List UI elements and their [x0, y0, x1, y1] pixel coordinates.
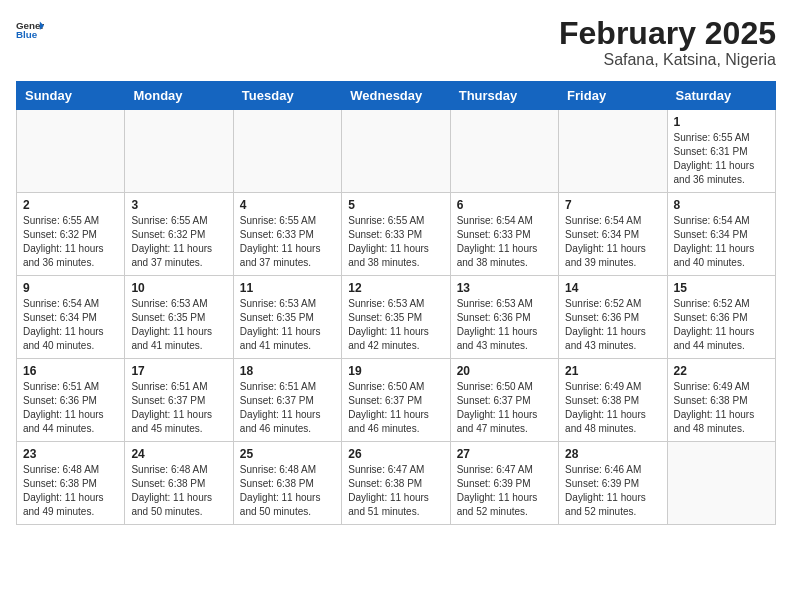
day-number: 4: [240, 198, 335, 212]
calendar-cell: 21Sunrise: 6:49 AM Sunset: 6:38 PM Dayli…: [559, 359, 667, 442]
day-number: 15: [674, 281, 769, 295]
day-info: Sunrise: 6:46 AM Sunset: 6:39 PM Dayligh…: [565, 463, 660, 519]
week-row: 16Sunrise: 6:51 AM Sunset: 6:36 PM Dayli…: [17, 359, 776, 442]
day-info: Sunrise: 6:51 AM Sunset: 6:36 PM Dayligh…: [23, 380, 118, 436]
day-number: 2: [23, 198, 118, 212]
day-number: 28: [565, 447, 660, 461]
calendar-header-row: SundayMondayTuesdayWednesdayThursdayFrid…: [17, 82, 776, 110]
svg-text:Blue: Blue: [16, 29, 38, 40]
logo-icon: General Blue: [16, 16, 44, 44]
day-number: 1: [674, 115, 769, 129]
day-number: 22: [674, 364, 769, 378]
sub-title: Safana, Katsina, Nigeria: [559, 51, 776, 69]
day-info: Sunrise: 6:48 AM Sunset: 6:38 PM Dayligh…: [240, 463, 335, 519]
day-of-week-sunday: Sunday: [17, 82, 125, 110]
calendar-cell: 20Sunrise: 6:50 AM Sunset: 6:37 PM Dayli…: [450, 359, 558, 442]
day-number: 3: [131, 198, 226, 212]
calendar-cell: 16Sunrise: 6:51 AM Sunset: 6:36 PM Dayli…: [17, 359, 125, 442]
calendar-cell: [233, 110, 341, 193]
calendar-cell: 4Sunrise: 6:55 AM Sunset: 6:33 PM Daylig…: [233, 193, 341, 276]
logo: General Blue: [16, 16, 44, 44]
calendar-cell: 5Sunrise: 6:55 AM Sunset: 6:33 PM Daylig…: [342, 193, 450, 276]
day-number: 17: [131, 364, 226, 378]
day-number: 5: [348, 198, 443, 212]
title-area: February 2025 Safana, Katsina, Nigeria: [559, 16, 776, 69]
day-of-week-thursday: Thursday: [450, 82, 558, 110]
day-number: 6: [457, 198, 552, 212]
day-number: 11: [240, 281, 335, 295]
day-number: 9: [23, 281, 118, 295]
day-number: 23: [23, 447, 118, 461]
day-number: 8: [674, 198, 769, 212]
day-info: Sunrise: 6:55 AM Sunset: 6:32 PM Dayligh…: [23, 214, 118, 270]
calendar-cell: 24Sunrise: 6:48 AM Sunset: 6:38 PM Dayli…: [125, 442, 233, 525]
day-info: Sunrise: 6:55 AM Sunset: 6:32 PM Dayligh…: [131, 214, 226, 270]
calendar-cell: 11Sunrise: 6:53 AM Sunset: 6:35 PM Dayli…: [233, 276, 341, 359]
day-number: 7: [565, 198, 660, 212]
calendar-cell: [125, 110, 233, 193]
day-number: 10: [131, 281, 226, 295]
day-number: 25: [240, 447, 335, 461]
day-number: 26: [348, 447, 443, 461]
calendar-cell: 13Sunrise: 6:53 AM Sunset: 6:36 PM Dayli…: [450, 276, 558, 359]
day-info: Sunrise: 6:52 AM Sunset: 6:36 PM Dayligh…: [674, 297, 769, 353]
calendar-cell: 6Sunrise: 6:54 AM Sunset: 6:33 PM Daylig…: [450, 193, 558, 276]
calendar-cell: 26Sunrise: 6:47 AM Sunset: 6:38 PM Dayli…: [342, 442, 450, 525]
calendar-cell: [342, 110, 450, 193]
day-number: 13: [457, 281, 552, 295]
day-number: 16: [23, 364, 118, 378]
main-title: February 2025: [559, 16, 776, 51]
calendar-cell: 28Sunrise: 6:46 AM Sunset: 6:39 PM Dayli…: [559, 442, 667, 525]
header: General Blue February 2025 Safana, Katsi…: [16, 16, 776, 69]
calendar-cell: [450, 110, 558, 193]
day-info: Sunrise: 6:53 AM Sunset: 6:35 PM Dayligh…: [348, 297, 443, 353]
day-info: Sunrise: 6:52 AM Sunset: 6:36 PM Dayligh…: [565, 297, 660, 353]
day-info: Sunrise: 6:50 AM Sunset: 6:37 PM Dayligh…: [457, 380, 552, 436]
calendar-cell: 10Sunrise: 6:53 AM Sunset: 6:35 PM Dayli…: [125, 276, 233, 359]
day-info: Sunrise: 6:48 AM Sunset: 6:38 PM Dayligh…: [23, 463, 118, 519]
day-info: Sunrise: 6:49 AM Sunset: 6:38 PM Dayligh…: [674, 380, 769, 436]
day-of-week-wednesday: Wednesday: [342, 82, 450, 110]
day-info: Sunrise: 6:49 AM Sunset: 6:38 PM Dayligh…: [565, 380, 660, 436]
calendar-cell: 14Sunrise: 6:52 AM Sunset: 6:36 PM Dayli…: [559, 276, 667, 359]
day-info: Sunrise: 6:51 AM Sunset: 6:37 PM Dayligh…: [240, 380, 335, 436]
day-info: Sunrise: 6:53 AM Sunset: 6:35 PM Dayligh…: [131, 297, 226, 353]
day-info: Sunrise: 6:54 AM Sunset: 6:34 PM Dayligh…: [674, 214, 769, 270]
day-of-week-saturday: Saturday: [667, 82, 775, 110]
day-number: 20: [457, 364, 552, 378]
day-of-week-friday: Friday: [559, 82, 667, 110]
day-info: Sunrise: 6:48 AM Sunset: 6:38 PM Dayligh…: [131, 463, 226, 519]
week-row: 2Sunrise: 6:55 AM Sunset: 6:32 PM Daylig…: [17, 193, 776, 276]
calendar-cell: 9Sunrise: 6:54 AM Sunset: 6:34 PM Daylig…: [17, 276, 125, 359]
calendar-cell: 1Sunrise: 6:55 AM Sunset: 6:31 PM Daylig…: [667, 110, 775, 193]
calendar-cell: 12Sunrise: 6:53 AM Sunset: 6:35 PM Dayli…: [342, 276, 450, 359]
day-info: Sunrise: 6:55 AM Sunset: 6:31 PM Dayligh…: [674, 131, 769, 187]
calendar: SundayMondayTuesdayWednesdayThursdayFrid…: [16, 81, 776, 525]
day-info: Sunrise: 6:55 AM Sunset: 6:33 PM Dayligh…: [240, 214, 335, 270]
calendar-cell: 18Sunrise: 6:51 AM Sunset: 6:37 PM Dayli…: [233, 359, 341, 442]
day-info: Sunrise: 6:50 AM Sunset: 6:37 PM Dayligh…: [348, 380, 443, 436]
calendar-cell: 15Sunrise: 6:52 AM Sunset: 6:36 PM Dayli…: [667, 276, 775, 359]
week-row: 9Sunrise: 6:54 AM Sunset: 6:34 PM Daylig…: [17, 276, 776, 359]
day-info: Sunrise: 6:51 AM Sunset: 6:37 PM Dayligh…: [131, 380, 226, 436]
calendar-cell: 8Sunrise: 6:54 AM Sunset: 6:34 PM Daylig…: [667, 193, 775, 276]
day-number: 24: [131, 447, 226, 461]
calendar-cell: 22Sunrise: 6:49 AM Sunset: 6:38 PM Dayli…: [667, 359, 775, 442]
calendar-cell: 25Sunrise: 6:48 AM Sunset: 6:38 PM Dayli…: [233, 442, 341, 525]
calendar-cell: [667, 442, 775, 525]
calendar-cell: 23Sunrise: 6:48 AM Sunset: 6:38 PM Dayli…: [17, 442, 125, 525]
day-number: 14: [565, 281, 660, 295]
calendar-cell: 3Sunrise: 6:55 AM Sunset: 6:32 PM Daylig…: [125, 193, 233, 276]
calendar-cell: [559, 110, 667, 193]
calendar-cell: 17Sunrise: 6:51 AM Sunset: 6:37 PM Dayli…: [125, 359, 233, 442]
day-of-week-tuesday: Tuesday: [233, 82, 341, 110]
day-number: 27: [457, 447, 552, 461]
calendar-cell: [17, 110, 125, 193]
day-info: Sunrise: 6:54 AM Sunset: 6:34 PM Dayligh…: [23, 297, 118, 353]
day-number: 12: [348, 281, 443, 295]
calendar-cell: 7Sunrise: 6:54 AM Sunset: 6:34 PM Daylig…: [559, 193, 667, 276]
day-info: Sunrise: 6:53 AM Sunset: 6:36 PM Dayligh…: [457, 297, 552, 353]
day-info: Sunrise: 6:47 AM Sunset: 6:39 PM Dayligh…: [457, 463, 552, 519]
week-row: 23Sunrise: 6:48 AM Sunset: 6:38 PM Dayli…: [17, 442, 776, 525]
day-number: 18: [240, 364, 335, 378]
